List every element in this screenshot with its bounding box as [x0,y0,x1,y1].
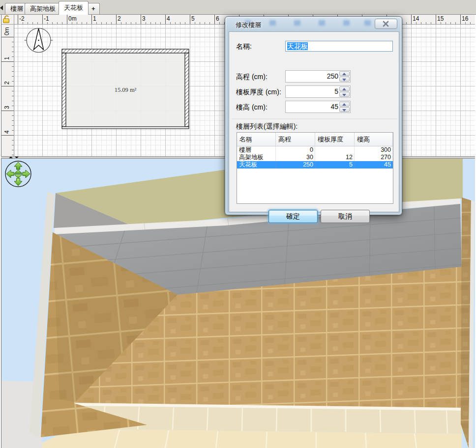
collapse-down-icon[interactable] [15,157,19,158]
ruler-label: 1 [93,15,96,22]
ruler-label: 5 [191,15,195,22]
wall-top[interactable] [62,49,189,53]
add-level-tab-button[interactable]: + [87,3,100,14]
room-area-label: 15.09 m² [115,86,137,93]
ruler-major-tick [42,15,43,25]
separator [232,119,397,120]
ruler-label: 3 [3,106,10,109]
table-cell[interactable]: 0 [276,146,315,154]
height-decrement-button[interactable] [339,107,350,112]
name-input[interactable]: 天花板 [285,41,393,52]
table-cell[interactable]: 45 [355,161,393,168]
elevation-label: 高程 (cm): [236,73,268,82]
unlock-icon[interactable] [1,15,13,24]
ruler-label: 2 [3,81,10,84]
ruler-major-tick [1,86,14,86]
height-spinner[interactable]: 45 [285,101,351,113]
tab-raised-floor[interactable]: 高架地板 [25,3,61,14]
table-cell[interactable]: 270 [355,154,393,161]
height-increment-button[interactable] [339,102,350,107]
thickness-increment-button[interactable] [339,86,350,91]
cancel-button[interactable]: 取消 [321,210,370,223]
ruler-major-tick [67,15,67,25]
table-cell[interactable]: 300 [355,146,393,154]
elevation-decrement-button[interactable] [339,77,350,82]
wall-bottom[interactable] [62,127,189,129]
selected-text: 天花板 [287,42,308,50]
ruler-major-tick [1,111,14,111]
ruler-label: 0m [68,15,77,22]
tab-ceiling-active[interactable]: 天花板 [59,1,89,15]
ruler-major-tick [460,15,461,25]
table-cell[interactable]: 樓層 [237,146,276,154]
ruler-label: 16 [462,15,468,22]
table-cell[interactable]: 250 [276,161,315,168]
ruler-label: -2 [19,15,25,22]
platform-front [72,406,463,434]
level-list-label: 樓層列表(選擇編輯): [236,122,298,131]
elevation-spinner[interactable]: 250 [285,70,351,83]
ruler-label: 15 [437,15,444,22]
column-header[interactable]: 高程 [276,133,315,146]
ruler-major-tick [411,15,412,25]
dialog-content: 名稱: 高程 (cm): 樓板厚度 (cm): 樓高 (cm): 天花板 250… [229,31,399,212]
table-row[interactable]: 高架地板3012270 [237,154,393,161]
wall-left[interactable] [62,53,66,127]
ruler-major-tick [190,15,190,25]
column-header[interactable]: 名稱 [237,133,276,146]
vertical-ruler: 0m1234 [1,25,14,156]
close-x-icon [375,19,397,28]
level-tab-bar: 樓層 高架地板 天花板 + [0,0,476,15]
table-cell[interactable] [315,146,355,154]
ruler-label: 3 [142,15,146,22]
ruler-label: -1 [44,15,49,22]
column-header[interactable]: 樓板厚度 [315,133,355,146]
modify-level-dialog: 修改樓層 名稱: 高程 (cm): 樓板厚度 (cm): 樓高 (cm): 天花… [225,16,402,215]
table-header-row: 名稱高程樓板厚度樓高 [237,133,393,146]
compass[interactable] [25,28,53,53]
elevation-value[interactable]: 250 [286,71,338,82]
table-row[interactable]: 天花板250545 [237,161,393,168]
ruler-major-tick [436,15,436,25]
table-cell[interactable]: 5 [315,161,355,168]
table-row[interactable]: 樓層0300 [237,146,393,154]
table-cell[interactable]: 天花板 [237,161,276,168]
thickness-decrement-button[interactable] [339,92,350,97]
ruler-label: 4 [3,130,10,134]
height-label: 樓高 (cm): [236,103,268,112]
ruler-major-tick [141,15,141,25]
height-value[interactable]: 45 [286,101,338,112]
table-cell[interactable]: 高架地板 [237,154,276,161]
wall-right[interactable] [185,53,189,127]
floor-thickness-label: 樓板厚度 (cm): [236,88,281,97]
table-cell[interactable]: 30 [276,154,315,161]
dialog-title: 修改樓層 [236,21,261,29]
ok-button[interactable]: 確定 [268,210,318,223]
ruler-major-tick [116,15,117,25]
ruler-major-tick [214,15,215,25]
room[interactable]: 15.09 m² [62,49,189,129]
ruler-corner-box [1,15,14,25]
ruler-label: 6 [216,15,219,22]
levels-table[interactable]: 名稱高程樓板厚度樓高 樓層0300高架地板3012270天花板250545 [237,132,393,204]
ruler-major-tick [91,15,92,25]
floor-thickness-value[interactable]: 5 [286,86,338,97]
collapse-up-icon[interactable] [9,157,13,158]
ruler-label: 14 [413,15,419,22]
tab-scroll-left-icon[interactable] [0,5,3,10]
north-arrow-icon [34,28,44,50]
floor-thickness-spinner[interactable]: 5 [285,85,351,98]
table-cell[interactable]: 12 [315,154,355,161]
ruler-major-tick [1,61,14,62]
ruler-label: 1 [3,56,10,60]
ruler-label: 4 [167,15,170,22]
ruler-major-tick [18,15,18,25]
close-button[interactable] [375,19,397,29]
elevation-increment-button[interactable] [339,71,350,76]
column-header[interactable]: 樓高 [355,133,393,146]
ruler-major-tick [165,15,166,25]
ruler-major-tick [1,37,14,37]
name-label: 名稱: [236,42,252,51]
ruler-major-tick [1,135,14,136]
ruler-label: 2 [118,15,121,22]
